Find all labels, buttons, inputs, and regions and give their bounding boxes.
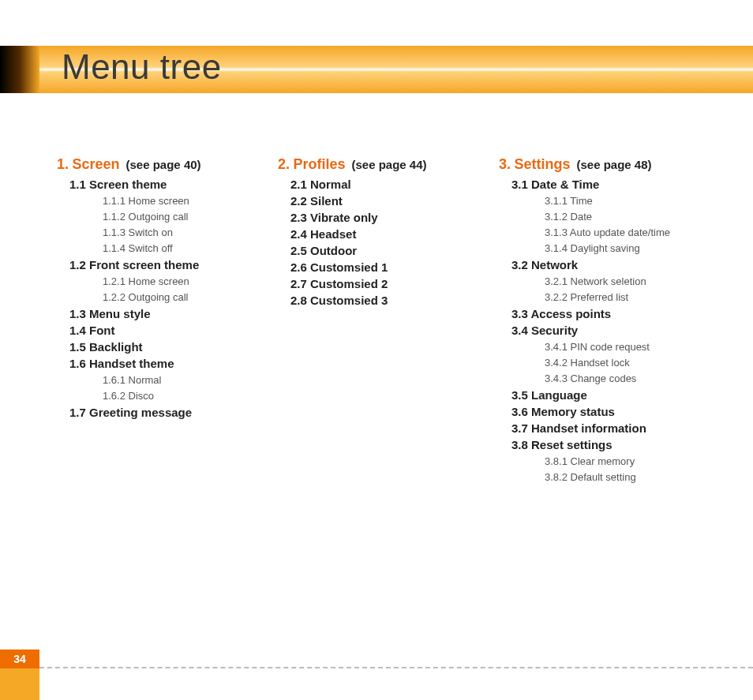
section-name: Screen [72, 156, 119, 172]
menu-item-lvl1: 2.2 Silent [290, 194, 493, 208]
menu-item-lvl2: 1.1.1 Home screen [103, 195, 272, 207]
menu-item-lvl1: 2.8 Customsied 3 [290, 294, 493, 307]
menu-item-lvl2: 1.1.3 Switch on [103, 226, 272, 238]
menu-item-lvl1: 1.1 Screen theme [69, 178, 272, 191]
menu-item-lvl1: 3.8 Reset settings [511, 438, 714, 451]
menu-item-lvl1: 3.6 Memory status [511, 405, 714, 418]
menu-item-lvl2: 1.2.2 Outgoing call [103, 291, 272, 303]
menu-item-lvl1: 2.6 Customsied 1 [290, 260, 493, 274]
menu-item-lvl1: 1.7 Greeting message [69, 406, 272, 419]
section-number: 1. [57, 156, 69, 172]
menu-item-lvl2: 3.1.1 Time [545, 195, 714, 207]
menu-item-lvl1: 3.4 Security [511, 324, 714, 337]
menu-item-lvl2: 1.6.1 Normal [103, 374, 272, 386]
menu-item-lvl2: 3.1.2 Date [545, 211, 714, 223]
column-1: 1. Screen(see page 40)1.1 Screen theme1.… [57, 156, 272, 487]
menu-item-lvl1: 2.3 Vibrate only [290, 211, 493, 224]
menu-item-lvl2: 3.2.1 Network seletion [545, 275, 714, 287]
section-page-ref: (see page 40) [126, 158, 201, 171]
menu-item-lvl2: 1.1.4 Switch off [103, 242, 272, 254]
menu-item-lvl2: 3.4.1 PIN code request [545, 341, 714, 353]
section-heading: 2. Profiles(see page 44) [278, 156, 493, 173]
title-banner-corner [0, 46, 39, 93]
menu-item-lvl2: 3.4.3 Change codes [545, 372, 714, 384]
menu-item-lvl1: 3.7 Handset information [511, 421, 714, 435]
menu-item-lvl1: 3.1 Date & Time [511, 178, 714, 191]
section-page-ref: (see page 48) [576, 158, 651, 171]
menu-item-lvl2: 3.8.2 Default setting [545, 471, 714, 483]
section-number: 3. [499, 156, 511, 172]
menu-item-lvl1: 1.4 Font [69, 324, 272, 337]
menu-item-lvl1: 1.3 Menu style [69, 307, 272, 320]
section-page-ref: (see page 44) [352, 158, 427, 171]
menu-item-lvl1: 2.1 Normal [290, 178, 493, 191]
menu-item-lvl2: 3.1.3 Auto update date/time [545, 226, 714, 238]
section-name: Settings [514, 156, 570, 172]
section-name: Profiles [293, 156, 345, 172]
menu-item-lvl1: 1.6 Handset theme [69, 357, 272, 370]
menu-item-lvl1: 2.4 Headset [290, 227, 493, 241]
menu-item-lvl1: 1.2 Front screen theme [69, 258, 272, 271]
menu-item-lvl2: 1.6.2 Disco [103, 390, 272, 402]
menu-item-lvl1: 3.2 Network [511, 258, 714, 271]
page-number-tab: 34 [0, 649, 39, 668]
section-number: 2. [278, 156, 290, 172]
menu-item-lvl2: 1.1.2 Outgoing call [103, 211, 272, 223]
menu-item-lvl1: 2.5 Outdoor [290, 244, 493, 257]
footer-accent-block [0, 668, 39, 700]
menu-item-lvl2: 3.1.4 Daylight saving [545, 242, 714, 254]
menu-item-lvl1: 3.3 Access points [511, 307, 714, 320]
section-heading: 3. Settings(see page 48) [499, 156, 714, 173]
menu-item-lvl2: 3.8.1 Clear memory [545, 455, 714, 467]
content-columns: 1. Screen(see page 40)1.1 Screen theme1.… [57, 156, 714, 487]
menu-item-lvl1: 1.5 Backlight [69, 340, 272, 354]
menu-item-lvl1: 3.5 Language [511, 388, 714, 402]
menu-item-lvl2: 3.2.2 Preferred list [545, 291, 714, 303]
menu-item-lvl2: 3.4.2 Handset lock [545, 357, 714, 369]
menu-item-lvl1: 2.7 Customsied 2 [290, 277, 493, 290]
footer-divider [0, 667, 753, 668]
section-heading: 1. Screen(see page 40) [57, 156, 272, 173]
column-3: 3. Settings(see page 48)3.1 Date & Time3… [499, 156, 714, 487]
page-title: Menu tree [62, 47, 222, 87]
menu-item-lvl2: 1.2.1 Home screen [103, 275, 272, 287]
column-2: 2. Profiles(see page 44)2.1 Normal2.2 Si… [278, 156, 493, 487]
